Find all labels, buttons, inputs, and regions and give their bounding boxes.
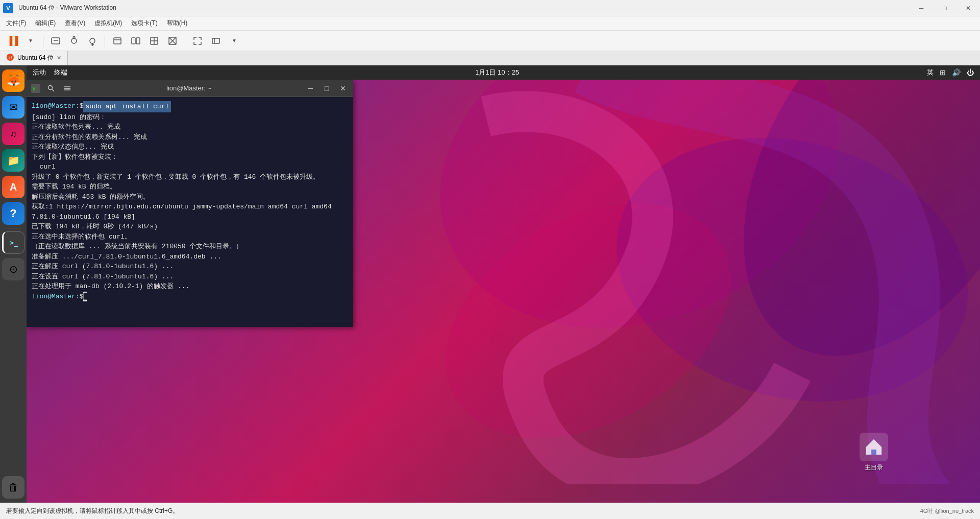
sidebar-app-files[interactable]: 📁 <box>2 149 24 172</box>
term-prompt-1: lion@Master: <box>32 101 80 112</box>
svg-rect-2 <box>52 38 60 44</box>
send-ctrl-alt-del[interactable] <box>47 33 64 49</box>
sidebar-app-mail[interactable]: ✉ <box>2 96 24 119</box>
svg-text:V: V <box>6 5 10 11</box>
sidebar-app-terminal-active[interactable]: >_ <box>2 231 24 254</box>
terminal-menu-label[interactable]: 终端 <box>54 68 67 77</box>
ubuntu-software-icon: A <box>10 181 17 193</box>
svg-point-19 <box>586 100 980 439</box>
view-btn-1[interactable] <box>109 33 126 49</box>
sidebar-app-disc[interactable]: ⊙ <box>2 258 24 280</box>
term-text-12: 已下载 194 kB，耗时 0秒 (447 kB/s) <box>32 222 158 232</box>
sidebar-app-firefox[interactable]: 🦊 <box>2 69 24 92</box>
sidebar-divider <box>5 228 21 228</box>
term-line-17: 正在设置 curl (7.81.0-1ubuntu1.6) ... <box>32 272 348 282</box>
svg-point-21 <box>681 65 980 408</box>
sidebar-app-trash[interactable]: 🗑 <box>2 476 24 499</box>
take-snapshot[interactable] <box>66 33 82 49</box>
tab-close-button[interactable]: ✕ <box>57 55 61 61</box>
term-line-6: 下列【新】软件包将被安装： <box>32 152 348 162</box>
svg-line-26 <box>52 89 54 91</box>
menu-help[interactable]: 帮助(H) <box>163 18 192 29</box>
power-icon[interactable]: ⏻ <box>967 68 974 77</box>
terminal-body[interactable]: lion@Master: $ sudo apt install curl [su… <box>27 97 353 327</box>
view-btn-3[interactable] <box>146 33 162 49</box>
term-text-13: 正在选中未选择的软件包 curl。 <box>32 232 131 242</box>
terminal-search-btn[interactable] <box>45 82 57 95</box>
view-btn-4[interactable] <box>164 33 181 49</box>
pause-button[interactable]: ▐▐ <box>4 33 20 49</box>
svg-text:$: $ <box>32 86 35 91</box>
vmware-statusbar: 若要输入定向到该虚拟机，请将鼠标指针移入其中或按 Ctrl+G。 4G吐 @li… <box>0 503 980 519</box>
terminal-titlebar: $ lion@Master: ~ ─ □ ✕ <box>27 80 353 97</box>
menu-view[interactable]: 查看(V) <box>61 18 89 29</box>
term-line-18: 正在处理用于 man-db (2.10.2-1) 的触发器 ... <box>32 281 348 292</box>
activities-label[interactable]: 活动 <box>33 68 46 77</box>
app-icon: V <box>0 0 16 16</box>
sidebar-app-help[interactable]: ? <box>2 202 24 225</box>
ubuntu-topbar: 活动 终端 1月1日 10：25 英 ⊞ 🔊 ⏻ <box>27 65 980 80</box>
terminal-minimize-btn[interactable]: ─ <box>304 82 316 95</box>
svg-point-25 <box>48 85 53 89</box>
datetime-display[interactable]: 1月1日 10：25 <box>475 68 519 76</box>
revert-snapshot[interactable] <box>84 33 101 49</box>
network-icon[interactable]: ⊞ <box>940 68 946 77</box>
close-button[interactable]: ✕ <box>957 0 980 16</box>
term-line-16: 正在解压 curl (7.81.0-1ubuntu1.6) ... <box>32 262 348 272</box>
svg-point-18 <box>395 65 884 382</box>
term-text-9: 需要下载 194 kB 的归档。 <box>32 182 116 192</box>
term-line-4: 正在分析软件包的依赖关系树... 完成 <box>32 132 348 143</box>
svg-text:U: U <box>9 55 12 60</box>
term-text-11: 获取:1 https://mirror.bjtu.edu.cn/ubuntu j… <box>32 202 348 222</box>
term-text-17: 正在设置 curl (7.81.0-1ubuntu1.6) ... <box>32 272 174 282</box>
sidebar-app-ubuntu-software[interactable]: A <box>2 176 24 198</box>
trash-icon: 🗑 <box>8 482 18 493</box>
term-line-15: 准备解压 .../curl_7.81.0-1ubuntu1.6_amd64.de… <box>32 252 348 262</box>
term-line-14: （正在读取数据库 ... 系统当前共安装有 210050 个文件和目录。） <box>32 242 348 252</box>
term-line-7: curl <box>32 162 348 172</box>
term-cursor: █ <box>83 292 87 302</box>
term-text-18: 正在处理用于 man-db (2.10.2-1) 的触发器 ... <box>32 281 189 292</box>
sidebar-app-music[interactable]: ♫ <box>2 123 24 145</box>
topbar-right: 英 ⊞ 🔊 ⏻ <box>927 68 974 77</box>
term-line-3: 正在读取软件包列表... 完成 <box>32 122 348 132</box>
view-dropdown[interactable]: ▼ <box>226 33 242 49</box>
toolbar-sep-3 <box>185 35 185 47</box>
terminal-menu-btn[interactable] <box>61 82 74 95</box>
menu-vm[interactable]: 虚拟机(M) <box>90 18 126 29</box>
menu-edit[interactable]: 编辑(E) <box>31 18 60 29</box>
term-text-14: （正在读取数据库 ... 系统当前共安装有 210050 个文件和目录。） <box>32 242 242 252</box>
term-line-19: lion@Master: $ █ <box>32 292 348 302</box>
lang-indicator[interactable]: 英 <box>927 68 934 77</box>
view-toggle[interactable] <box>208 33 224 49</box>
svg-point-4 <box>71 38 77 43</box>
music-icon: ♫ <box>10 129 17 139</box>
term-symbol-1: $ <box>80 101 84 112</box>
volume-icon[interactable]: 🔊 <box>952 68 961 77</box>
maximize-button[interactable]: □ <box>933 0 957 16</box>
menu-file[interactable]: 文件(F) <box>2 18 30 29</box>
vm-tab-ubuntu[interactable]: U Ubuntu 64 位 ✕ <box>0 51 68 65</box>
menu-tabs[interactable]: 选项卡(T) <box>127 18 161 29</box>
term-text-5: 正在读取状态信息... 完成 <box>32 142 114 152</box>
terminal-maximize-btn[interactable]: □ <box>321 82 333 95</box>
minimize-button[interactable]: ─ <box>910 0 933 16</box>
term-cmd-highlighted: sudo apt install curl <box>83 101 171 112</box>
term-prompt-final: lion@Master: <box>32 292 80 302</box>
desktop-home-icon[interactable]: 主目录 <box>860 433 888 472</box>
term-text-15: 准备解压 .../curl_7.81.0-1ubuntu1.6_amd64.de… <box>32 252 222 262</box>
terminal-window: $ lion@Master: ~ ─ □ ✕ <box>27 80 353 327</box>
term-symbol-final: $ <box>80 292 84 302</box>
terminal-active-icon: >_ <box>10 239 18 247</box>
window-controls: ─ □ ✕ <box>910 0 980 16</box>
terminal-close-btn[interactable]: ✕ <box>337 82 349 95</box>
topbar-center: 1月1日 10：25 <box>67 68 927 77</box>
term-text-10: 解压缩后会消耗 453 kB 的额外空间。 <box>32 192 150 202</box>
view-btn-2[interactable] <box>128 33 144 49</box>
vmware-toolbar: ▐▐ ▼ <box>0 31 980 51</box>
pause-dropdown[interactable]: ▼ <box>22 33 39 49</box>
svg-point-5 <box>90 38 95 43</box>
toolbar-sep-1 <box>43 35 43 47</box>
fullscreen-button[interactable] <box>189 33 206 49</box>
term-text-7: curl <box>32 162 56 172</box>
